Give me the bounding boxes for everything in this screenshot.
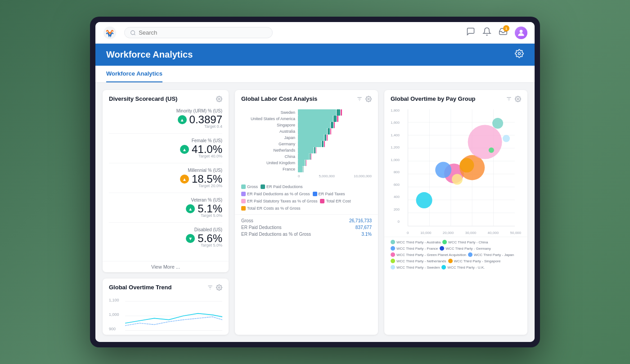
bar-gross-segment	[298, 116, 333, 122]
bubble-legend-label: WCC Third Party - Singapore	[454, 259, 501, 263]
bx-20000: 20,000	[443, 231, 454, 235]
bar-wrapper	[298, 135, 372, 141]
bar-gross-segment	[298, 166, 302, 172]
bar-er-paid-segment	[324, 135, 326, 141]
workday-logo-icon	[103, 26, 117, 40]
user-avatar[interactable]	[515, 27, 527, 39]
bubble-legend-dot	[468, 252, 472, 257]
filter-icon[interactable]	[207, 284, 213, 291]
bubble-legend-label: WCC Third Party - Sweden	[396, 265, 440, 270]
bar-gross-segment	[298, 122, 330, 128]
bubble-australia	[492, 118, 503, 129]
bell-icon[interactable]	[482, 27, 491, 38]
diversity-scorecard-title: Diversity Scorecard (US)	[109, 95, 177, 102]
bar-wrapper	[298, 122, 372, 128]
bubble-legend-label: WCC Third Party - Germany	[446, 247, 490, 251]
bar-country-label: Australia	[241, 129, 295, 134]
gross-value: 26,716,733	[349, 218, 372, 223]
bar-wrapper	[298, 141, 372, 147]
svg-point-4	[218, 98, 220, 100]
nav-actions: 1	[466, 27, 527, 39]
view-more-link[interactable]: View More ...	[103, 261, 229, 272]
y-1800: 1,800	[391, 108, 400, 112]
metric-label-veteran: Veteran % (US)	[191, 198, 222, 202]
labor-cost-title: Global Labor Cost Analysis	[241, 95, 317, 102]
bar-country-label: United Kingdom	[241, 161, 295, 165]
filter-paygroup-icon[interactable]	[506, 96, 512, 102]
filter-labor-icon[interactable]	[356, 96, 363, 102]
bar-gross-segment	[298, 135, 324, 141]
er-paid-value: 837,677	[356, 225, 372, 230]
search-input[interactable]	[139, 29, 267, 36]
bar-row: United Kingdom	[241, 160, 372, 166]
top-nav: 1	[95, 22, 535, 44]
main-content: Diversity Scorecard (US) Minority (URM) …	[95, 83, 535, 342]
bubble-uk	[416, 192, 432, 208]
bar-row: Singapore	[241, 122, 372, 128]
page-header: Workforce Analytics	[95, 44, 535, 66]
bar-row: Japan	[241, 135, 372, 141]
y-label-1100: 1,100	[109, 298, 119, 302]
y-label-1000: 1,000	[109, 312, 119, 317]
bubble-y-axis: 1,800 1,600 1,400 1,200 1,000 800 600 40…	[391, 108, 401, 225]
bubble-china	[489, 148, 494, 153]
labor-cost-data-rows: Gross 26,716,733 ER Paid Deductions 837,…	[235, 214, 378, 240]
trend-chart-svg	[125, 298, 222, 334]
bubble-legend-dot	[391, 246, 395, 251]
bubble-legend-dot	[448, 259, 453, 263]
bar-total-er-segment	[327, 135, 328, 141]
bubble-singapore	[459, 158, 474, 172]
metric-row-disabled: Disabled (US) ▼ 5.6% Target 5.0%	[109, 227, 222, 252]
chat-icon[interactable]	[466, 27, 475, 38]
bar-er-paid-segment	[337, 109, 340, 116]
labor-cost-actions	[356, 96, 372, 102]
bar-total-er-segment	[341, 109, 342, 116]
bar-gross-segment	[298, 160, 305, 166]
data-row-er-paid: ER Paid Deductions 837,677	[241, 224, 372, 231]
bubble-legend-label: WCC Third Party - France	[396, 247, 438, 251]
legend-item: ER Paid Taxes	[313, 192, 345, 196]
bubble-legend-item: WCC Third Party - Australia	[391, 240, 441, 244]
tabs-bar: Workforce Analytics	[95, 66, 535, 83]
bar-row: Australia	[241, 128, 372, 135]
settings-trend-icon[interactable]	[216, 284, 222, 291]
metric-row-millennial: Millennial % (US) ▲ 18.5% Target 20.0%	[109, 168, 222, 193]
bubble-legend-label: WCC Third Party - U.K.	[447, 265, 485, 270]
er-pct-value: 3.1%	[361, 232, 372, 237]
settings-paygroup-icon[interactable]	[515, 96, 521, 102]
data-row-gross: Gross 26,716,733	[241, 217, 372, 224]
metric-row-minority: Minority (URM) % (US) ▲ 0.3897 Target 0.…	[109, 108, 222, 134]
svg-point-19	[517, 98, 519, 100]
scorecard-body: Minority (URM) % (US) ▲ 0.3897 Target 0.…	[103, 106, 229, 261]
bar-total-er-segment	[311, 153, 311, 160]
bar-row: Sweden	[241, 109, 372, 116]
metric-target-female: Target 40.0%	[198, 154, 222, 158]
overtime-paygroup-title: Global Overtime by Pay Group	[391, 95, 476, 102]
bubble-legend-label: WCC Third Party - Green Planet Acquisiti…	[396, 253, 466, 257]
bubble-legend-dot	[391, 259, 395, 263]
bar-wrapper	[298, 160, 372, 166]
legend-dot	[320, 199, 324, 203]
labor-cost-header: Global Labor Cost Analysis	[235, 90, 378, 106]
bar-total-er-segment	[316, 147, 316, 153]
bar-er-paid-segment	[303, 166, 303, 172]
settings-labor-icon[interactable]	[365, 96, 372, 102]
bx-40000: 40,000	[488, 231, 499, 235]
bubble-legend-item: WCC Third Party - Singapore	[448, 259, 501, 263]
bar-gross-segment	[298, 128, 327, 135]
legend-item: Total ER Cost	[320, 199, 351, 203]
search-bar[interactable]	[124, 27, 273, 38]
page-settings-icon[interactable]	[515, 49, 524, 60]
y-1600: 1,600	[391, 121, 400, 125]
trend-up-icon-female: ▲	[180, 145, 189, 154]
inbox-icon[interactable]: 1	[499, 27, 508, 38]
workday-logo	[103, 26, 119, 40]
legend-item: ER Paid Deductions as % of Gross	[241, 192, 310, 196]
legend-item: ER Paid Statutory Taxes as % of Gross	[241, 199, 317, 203]
legend-label: ER Paid Deductions	[266, 184, 303, 189]
er-pct-label: ER Paid Deductions as % of Gross	[241, 232, 311, 237]
bubble-legend-item: WCC Third Party - Netherlands	[391, 259, 446, 263]
settings-icon[interactable]	[216, 96, 222, 102]
tab-workforce-analytics[interactable]: Workforce Analytics	[106, 66, 162, 82]
bx-50000: 50,000	[510, 231, 521, 235]
